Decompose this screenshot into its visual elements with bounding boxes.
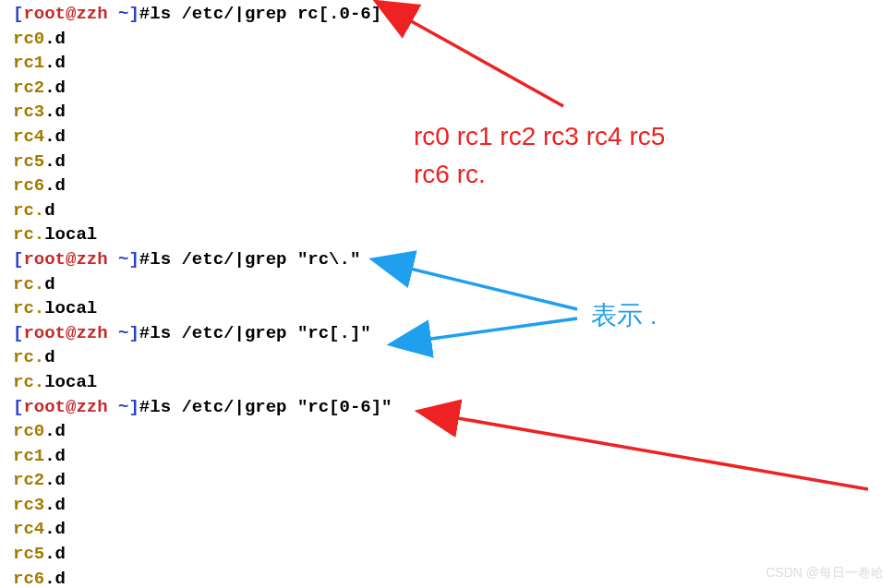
output-line: rc.local	[13, 370, 893, 395]
prompt-hash: #	[139, 4, 150, 24]
bracket-open: [	[13, 4, 23, 24]
command-text: ls /etc/|grep "rc\."	[150, 249, 360, 270]
output-line: rc4.d	[13, 125, 893, 150]
output-line: rc2.d	[13, 76, 893, 101]
bracket-close: ]	[128, 4, 139, 24]
output-line: rc.d	[13, 198, 893, 223]
output-line: rc2.d	[13, 468, 893, 493]
prompt-at: @	[66, 4, 76, 24]
output-line: rc6.d	[13, 174, 893, 198]
command-text: ls /etc/|grep "rc[0-6]"	[150, 397, 392, 417]
output-line: rc6.d	[13, 567, 893, 588]
prompt-line: [root@zzh ~]#ls /etc/|grep "rc[0-6]"	[13, 395, 893, 420]
prompt-line: [root@zzh ~]#ls /etc/|grep rc[.0-6]	[13, 2, 893, 27]
output-line: rc1.d	[13, 444, 893, 469]
output-line: rc1.d	[13, 51, 893, 76]
output-line: rc.d	[13, 272, 893, 297]
output-line: rc.d	[13, 345, 893, 370]
terminal-output: [root@zzh ~]#ls /etc/|grep rc[.0-6] rc0.…	[13, 2, 893, 588]
output-line: rc4.d	[13, 517, 893, 542]
prompt-user: root	[23, 4, 66, 24]
output-line: rc0.d	[13, 419, 893, 444]
output-line: rc.local	[13, 296, 893, 321]
output-line: rc5.d	[13, 150, 893, 174]
output-line: rc5.d	[13, 542, 893, 567]
prompt-host: zzh	[76, 4, 107, 24]
output-line: rc3.d	[13, 100, 893, 125]
output-line: rc0.d	[13, 27, 893, 52]
prompt-tilde: ~	[108, 4, 129, 24]
prompt-line: [root@zzh ~]#ls /etc/|grep "rc[.]"	[13, 321, 893, 346]
output-line: rc3.d	[13, 493, 893, 518]
command-text: ls /etc/|grep "rc[.]"	[150, 323, 370, 343]
output-line: rc.local	[13, 222, 893, 247]
prompt-line: [root@zzh ~]#ls /etc/|grep "rc\."	[13, 247, 893, 272]
command-text: ls /etc/|grep rc[.0-6]	[150, 4, 381, 24]
